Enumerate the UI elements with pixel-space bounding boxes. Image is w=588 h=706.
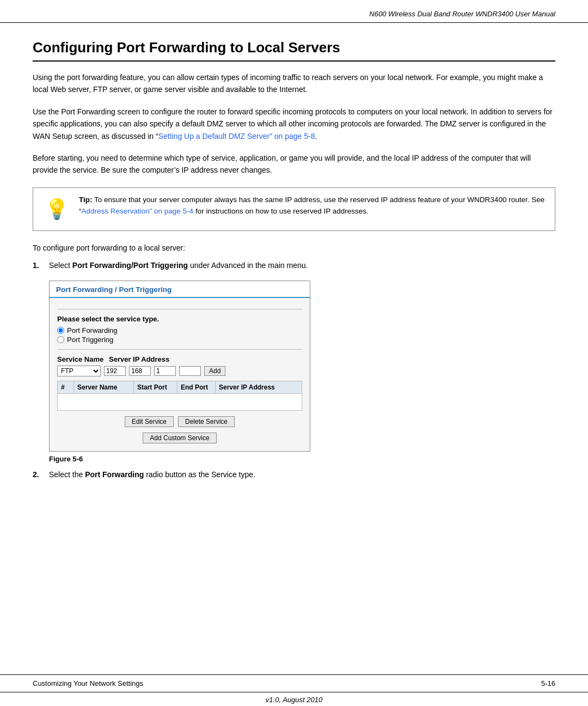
step-2-text: Select the Port Forwarding radio button … xyxy=(49,468,255,480)
step-1-before: Select xyxy=(49,261,72,270)
step-1-after: under Advanced in the main menu. xyxy=(188,261,308,270)
radio-port-forwarding-label: Port Forwarding xyxy=(67,326,117,334)
radio-port-triggering[interactable] xyxy=(57,336,64,343)
service-action-buttons: Edit Service Delete Service xyxy=(57,416,302,427)
page: N600 Wireless Dual Band Router WNDR3400 … xyxy=(0,0,588,706)
service-name-col-label: Service Name xyxy=(57,355,109,363)
step-2-number: 2. xyxy=(33,468,45,480)
step-2: 2. Select the Port Forwarding radio butt… xyxy=(33,468,555,480)
edit-service-button[interactable]: Edit Service xyxy=(125,416,174,427)
paragraph-2: Use the Port Forwarding screen to config… xyxy=(33,106,555,142)
ip-field-3[interactable] xyxy=(154,366,176,376)
ui-divider-top xyxy=(57,309,302,309)
tip-icon: 💡 xyxy=(42,194,71,224)
delete-service-button[interactable]: Delete Service xyxy=(178,416,235,427)
page-header: N600 Wireless Dual Band Router WNDR3400 … xyxy=(0,0,588,23)
table-body xyxy=(58,394,302,410)
add-custom-service-button[interactable]: Add Custom Service xyxy=(143,433,216,443)
service-type-label: Please select the service type. xyxy=(57,315,302,323)
main-content: Configuring Port Forwarding to Local Ser… xyxy=(0,23,588,674)
col-end-port: End Port xyxy=(177,381,216,393)
step-1-bold: Port Forwarding/Port Triggering xyxy=(72,261,188,270)
page-title: Configuring Port Forwarding to Local Ser… xyxy=(33,39,555,62)
service-table: # Server Name Start Port End Port Server… xyxy=(57,381,302,411)
col-start-port: Start Port xyxy=(134,381,177,393)
step-1-number: 1. xyxy=(33,259,45,271)
ip-field-2[interactable] xyxy=(129,366,151,376)
ip-field-4[interactable] xyxy=(179,366,201,376)
tip-text-after-link: for instructions on how to use reserved … xyxy=(193,207,369,215)
ui-panel-inner: Please select the service type. Port For… xyxy=(50,298,310,443)
service-name-select[interactable]: FTP xyxy=(57,366,101,376)
step-1: 1. Select Port Forwarding/Port Triggerin… xyxy=(33,259,555,271)
to-configure-text: To configure port forwarding to a local … xyxy=(33,242,555,254)
radio-port-triggering-row: Port Triggering xyxy=(57,336,302,344)
step-2-after: radio button as the Service type. xyxy=(144,470,255,479)
step-2-bold: Port Forwarding xyxy=(85,470,144,479)
tip-label: Tip: xyxy=(79,196,93,204)
paragraph-3: Before starting, you need to determine w… xyxy=(33,152,555,176)
col-server-ip: Server IP Address xyxy=(216,381,302,393)
footer: Customizing Your Network Settings 5-16 xyxy=(0,674,588,692)
figure-label: Figure 5-6 xyxy=(49,455,555,463)
address-reservation-link[interactable]: Address Reservation” on page 5-4 xyxy=(82,207,194,215)
ui-divider-mid xyxy=(57,349,302,350)
table-header-row: # Server Name Start Port End Port Server… xyxy=(58,381,302,394)
server-ip-col-label: Server IP Address xyxy=(109,355,169,363)
col-server-name: Server Name xyxy=(74,381,134,393)
footer-left: Customizing Your Network Settings xyxy=(33,679,143,687)
radio-port-forwarding[interactable] xyxy=(57,327,64,334)
header-text: N600 Wireless Dual Band Router WNDR3400 … xyxy=(369,10,555,18)
step-2-before: Select the xyxy=(49,470,85,479)
service-input-row: FTP Add xyxy=(57,366,302,376)
paragraph-1: Using the port forwarding feature, you c… xyxy=(33,71,555,96)
p2-text-after-link: . xyxy=(315,132,317,141)
bottom-section: Customizing Your Network Settings 5-16 v… xyxy=(0,674,588,706)
add-custom-button-row: Add Custom Service xyxy=(57,433,302,443)
col-hash: # xyxy=(58,381,74,393)
ip-field-1[interactable] xyxy=(104,366,126,376)
tip-content: Tip: To ensure that your server computer… xyxy=(79,194,546,217)
radio-port-triggering-label: Port Triggering xyxy=(67,336,113,344)
radio-port-forwarding-row: Port Forwarding xyxy=(57,326,302,334)
footer-right: 5-16 xyxy=(541,679,555,687)
ui-panel-title: Port Forwarding / Port Triggering xyxy=(50,281,310,298)
add-button[interactable]: Add xyxy=(204,366,225,376)
step-1-text: Select Port Forwarding/Port Triggering u… xyxy=(49,259,308,271)
tip-box: 💡 Tip: To ensure that your server comput… xyxy=(33,187,555,231)
service-column-labels: Service Name Server IP Address xyxy=(57,355,302,363)
footer-center: v1.0, August 2010 xyxy=(0,692,588,706)
dmz-link[interactable]: Setting Up a Default DMZ Server” on page… xyxy=(158,132,315,141)
ui-panel: Port Forwarding / Port Triggering Please… xyxy=(49,281,310,452)
